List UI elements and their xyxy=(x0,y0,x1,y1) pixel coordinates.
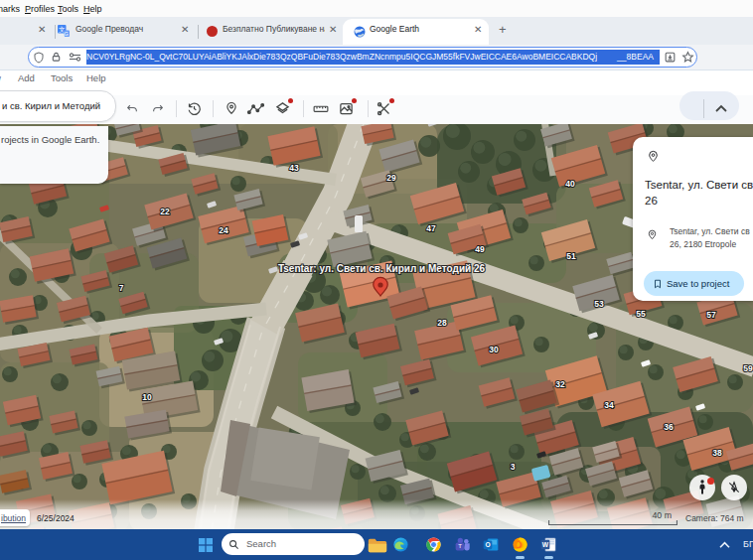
svg-text:30: 30 xyxy=(489,345,499,354)
svg-text:57: 57 xyxy=(706,310,716,320)
svg-text:34: 34 xyxy=(604,400,614,410)
svg-text:Tsentar: ул. Свети св. Кирил и: Tsentar: ул. Свети св. Кирил и Методий 2… xyxy=(278,263,486,274)
svg-text:47: 47 xyxy=(426,223,436,233)
svg-text:3: 3 xyxy=(511,462,516,472)
svg-text:28: 28 xyxy=(437,318,447,328)
svg-text:G: G xyxy=(64,31,68,37)
svg-text:29: 29 xyxy=(386,173,396,183)
svg-text:7: 7 xyxy=(119,283,124,293)
svg-text:10: 10 xyxy=(142,392,152,402)
svg-text:49: 49 xyxy=(475,244,485,254)
svg-text:36: 36 xyxy=(664,422,674,432)
svg-text:38: 38 xyxy=(712,448,722,458)
svg-text:22: 22 xyxy=(160,207,170,216)
svg-text:40 m: 40 m xyxy=(652,510,672,520)
svg-text:W: W xyxy=(542,541,549,548)
svg-text:55: 55 xyxy=(636,309,646,319)
svg-text:53: 53 xyxy=(594,299,604,309)
svg-text:32: 32 xyxy=(555,379,565,389)
svg-text:40: 40 xyxy=(565,179,575,189)
svg-text:59: 59 xyxy=(743,363,753,373)
svg-text:43: 43 xyxy=(289,163,299,173)
svg-text:O: O xyxy=(485,542,490,549)
svg-text:51: 51 xyxy=(566,251,576,261)
svg-text:24: 24 xyxy=(219,225,228,235)
svg-text:T: T xyxy=(458,544,462,550)
